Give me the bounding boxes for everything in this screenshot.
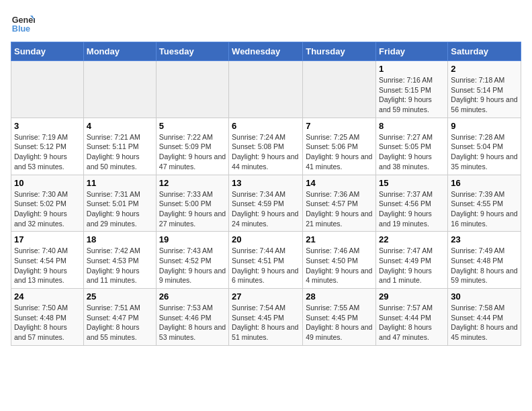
calendar-cell: 6Sunrise: 7:24 AM Sunset: 5:08 PM Daylig… [229, 118, 303, 175]
day-info: Sunrise: 7:39 AM Sunset: 4:55 PM Dayligh… [451, 189, 518, 229]
calendar-cell: 17Sunrise: 7:40 AM Sunset: 4:54 PM Dayli… [11, 232, 84, 289]
day-info: Sunrise: 7:43 AM Sunset: 4:52 PM Dayligh… [159, 246, 226, 285]
day-number: 19 [159, 234, 226, 244]
day-info: Sunrise: 7:53 AM Sunset: 4:46 PM Dayligh… [159, 303, 226, 342]
calendar-cell: 2Sunrise: 7:18 AM Sunset: 5:14 PM Daylig… [448, 61, 521, 118]
calendar-cell [83, 61, 156, 118]
day-info: Sunrise: 7:51 AM Sunset: 4:47 PM Dayligh… [87, 303, 153, 342]
calendar-cell: 9Sunrise: 7:28 AM Sunset: 5:04 PM Daylig… [448, 118, 521, 175]
calendar-cell: 25Sunrise: 7:51 AM Sunset: 4:47 PM Dayli… [83, 289, 156, 346]
day-number: 30 [451, 291, 518, 302]
day-info: Sunrise: 7:50 AM Sunset: 4:48 PM Dayligh… [14, 303, 81, 342]
day-number: 8 [379, 121, 445, 131]
calendar-week-row: 1Sunrise: 7:16 AM Sunset: 5:15 PM Daylig… [11, 61, 521, 118]
calendar-week-row: 10Sunrise: 7:30 AM Sunset: 5:02 PM Dayli… [11, 175, 521, 232]
day-number: 28 [306, 291, 373, 302]
day-info: Sunrise: 7:16 AM Sunset: 5:15 PM Dayligh… [379, 75, 445, 115]
calendar-cell: 10Sunrise: 7:30 AM Sunset: 5:02 PM Dayli… [11, 175, 84, 232]
day-info: Sunrise: 7:22 AM Sunset: 5:09 PM Dayligh… [159, 132, 226, 172]
calendar-cell: 8Sunrise: 7:27 AM Sunset: 5:05 PM Daylig… [376, 118, 448, 175]
calendar-cell: 4Sunrise: 7:21 AM Sunset: 5:11 PM Daylig… [83, 118, 156, 175]
day-number: 25 [87, 291, 153, 302]
day-info: Sunrise: 7:30 AM Sunset: 5:02 PM Dayligh… [14, 189, 81, 229]
calendar-cell [229, 61, 303, 118]
calendar-table: SundayMondayTuesdayWednesdayThursdayFrid… [11, 42, 521, 346]
day-info: Sunrise: 7:49 AM Sunset: 4:48 PM Dayligh… [451, 246, 518, 285]
day-number: 17 [14, 234, 81, 244]
day-number: 2 [451, 64, 518, 74]
calendar-cell [11, 61, 84, 118]
day-number: 1 [379, 64, 445, 74]
day-number: 3 [14, 121, 81, 131]
day-number: 9 [451, 121, 518, 131]
weekday-header-friday: Friday [376, 42, 448, 61]
day-number: 16 [451, 178, 518, 188]
weekday-header-monday: Monday [83, 42, 156, 61]
calendar-cell: 22Sunrise: 7:47 AM Sunset: 4:49 PM Dayli… [376, 232, 448, 289]
calendar-cell: 29Sunrise: 7:57 AM Sunset: 4:44 PM Dayli… [376, 289, 448, 346]
day-info: Sunrise: 7:40 AM Sunset: 4:54 PM Dayligh… [14, 246, 81, 285]
weekday-header-thursday: Thursday [303, 42, 376, 61]
day-info: Sunrise: 7:27 AM Sunset: 5:05 PM Dayligh… [379, 132, 445, 172]
calendar-cell: 30Sunrise: 7:58 AM Sunset: 4:44 PM Dayli… [448, 289, 521, 346]
calendar-cell: 18Sunrise: 7:42 AM Sunset: 4:53 PM Dayli… [83, 232, 156, 289]
day-number: 14 [306, 178, 373, 188]
calendar-cell: 24Sunrise: 7:50 AM Sunset: 4:48 PM Dayli… [11, 289, 84, 346]
calendar-week-row: 3Sunrise: 7:19 AM Sunset: 5:12 PM Daylig… [11, 118, 521, 175]
day-number: 22 [379, 234, 445, 244]
day-info: Sunrise: 7:46 AM Sunset: 4:50 PM Dayligh… [306, 246, 373, 285]
day-number: 11 [87, 178, 153, 188]
day-number: 12 [159, 178, 226, 188]
day-info: Sunrise: 7:19 AM Sunset: 5:12 PM Dayligh… [14, 132, 81, 172]
day-number: 21 [306, 234, 373, 244]
calendar-cell: 7Sunrise: 7:25 AM Sunset: 5:06 PM Daylig… [303, 118, 376, 175]
weekday-header-tuesday: Tuesday [156, 42, 228, 61]
calendar-cell [303, 61, 376, 118]
calendar-cell: 21Sunrise: 7:46 AM Sunset: 4:50 PM Dayli… [303, 232, 376, 289]
day-number: 24 [14, 291, 81, 302]
day-info: Sunrise: 7:37 AM Sunset: 4:56 PM Dayligh… [379, 189, 445, 229]
calendar-week-row: 24Sunrise: 7:50 AM Sunset: 4:48 PM Dayli… [11, 289, 521, 346]
calendar-cell: 23Sunrise: 7:49 AM Sunset: 4:48 PM Dayli… [448, 232, 521, 289]
day-number: 29 [379, 291, 445, 302]
calendar-cell: 28Sunrise: 7:55 AM Sunset: 4:45 PM Dayli… [303, 289, 376, 346]
weekday-header-row: SundayMondayTuesdayWednesdayThursdayFrid… [11, 42, 521, 61]
svg-text:Blue: Blue [12, 24, 30, 34]
day-info: Sunrise: 7:21 AM Sunset: 5:11 PM Dayligh… [87, 132, 153, 172]
day-info: Sunrise: 7:42 AM Sunset: 4:53 PM Dayligh… [87, 246, 153, 285]
day-number: 6 [232, 121, 300, 131]
logo-icon: General Blue [11, 11, 35, 35]
day-number: 18 [87, 234, 153, 244]
day-info: Sunrise: 7:25 AM Sunset: 5:06 PM Dayligh… [306, 132, 373, 172]
day-number: 10 [14, 178, 81, 188]
calendar-cell: 3Sunrise: 7:19 AM Sunset: 5:12 PM Daylig… [11, 118, 84, 175]
day-info: Sunrise: 7:28 AM Sunset: 5:04 PM Dayligh… [451, 132, 518, 172]
day-number: 26 [159, 291, 226, 302]
day-info: Sunrise: 7:44 AM Sunset: 4:51 PM Dayligh… [232, 246, 300, 285]
calendar-cell: 1Sunrise: 7:16 AM Sunset: 5:15 PM Daylig… [376, 61, 448, 118]
calendar-cell: 15Sunrise: 7:37 AM Sunset: 4:56 PM Dayli… [376, 175, 448, 232]
day-info: Sunrise: 7:24 AM Sunset: 5:08 PM Dayligh… [232, 132, 300, 172]
calendar-cell: 5Sunrise: 7:22 AM Sunset: 5:09 PM Daylig… [156, 118, 228, 175]
day-number: 7 [306, 121, 373, 131]
day-number: 13 [232, 178, 300, 188]
day-info: Sunrise: 7:58 AM Sunset: 4:44 PM Dayligh… [451, 303, 518, 342]
weekday-header-wednesday: Wednesday [229, 42, 303, 61]
day-number: 27 [232, 291, 300, 302]
day-number: 23 [451, 234, 518, 244]
calendar-cell: 16Sunrise: 7:39 AM Sunset: 4:55 PM Dayli… [448, 175, 521, 232]
logo: General Blue [11, 11, 35, 35]
calendar-cell: 27Sunrise: 7:54 AM Sunset: 4:45 PM Dayli… [229, 289, 303, 346]
calendar-week-row: 17Sunrise: 7:40 AM Sunset: 4:54 PM Dayli… [11, 232, 521, 289]
day-info: Sunrise: 7:36 AM Sunset: 4:57 PM Dayligh… [306, 189, 373, 229]
day-info: Sunrise: 7:47 AM Sunset: 4:49 PM Dayligh… [379, 246, 445, 285]
day-info: Sunrise: 7:54 AM Sunset: 4:45 PM Dayligh… [232, 303, 300, 342]
day-info: Sunrise: 7:31 AM Sunset: 5:01 PM Dayligh… [87, 189, 153, 229]
calendar-cell: 13Sunrise: 7:34 AM Sunset: 4:59 PM Dayli… [229, 175, 303, 232]
day-number: 15 [379, 178, 445, 188]
header: General Blue [11, 11, 521, 35]
weekday-header-saturday: Saturday [448, 42, 521, 61]
calendar-cell: 26Sunrise: 7:53 AM Sunset: 4:46 PM Dayli… [156, 289, 228, 346]
day-info: Sunrise: 7:57 AM Sunset: 4:44 PM Dayligh… [379, 303, 445, 342]
calendar-cell: 11Sunrise: 7:31 AM Sunset: 5:01 PM Dayli… [83, 175, 156, 232]
